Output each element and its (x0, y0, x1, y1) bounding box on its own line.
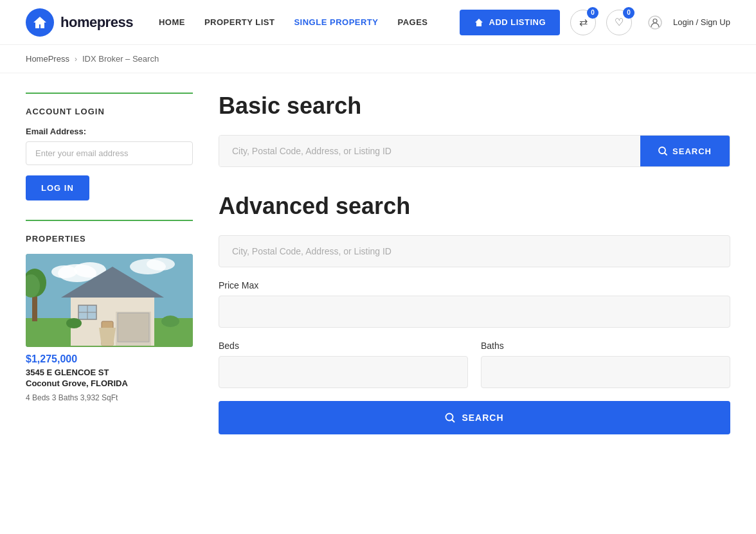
logo[interactable]: homepress (26, 8, 133, 37)
account-divider (26, 93, 193, 94)
svg-point-24 (161, 316, 179, 327)
property-city: Coconut Grove, FLORIDA (26, 378, 193, 388)
svg-point-9 (147, 258, 175, 271)
property-address: 3545 E GLENCOE ST (26, 368, 193, 377)
login-submit-button[interactable]: LOG IN (26, 175, 89, 200)
sidebar: ACCOUNT LOGIN Email Address: LOG IN PROP… (26, 93, 193, 434)
main-nav: HOME PROPERTY LIST SINGLE PROPERTY PAGES (159, 17, 460, 27)
baths-input[interactable] (481, 356, 730, 388)
properties-divider (26, 220, 193, 221)
beds-baths-row: Beds Baths (219, 341, 730, 388)
svg-line-27 (665, 153, 667, 155)
breadcrumb-current: IDX Broker – Search (82, 54, 159, 64)
properties-heading: PROPERTIES (26, 234, 193, 244)
advanced-search-button-label: SEARCH (462, 413, 503, 423)
beds-input[interactable] (219, 356, 468, 388)
account-login-heading: ACCOUNT LOGIN (26, 107, 193, 116)
main-layout: ACCOUNT LOGIN Email Address: LOG IN PROP… (0, 73, 756, 454)
basic-search-input[interactable] (219, 136, 640, 166)
beds-label: Beds (219, 341, 468, 351)
header-actions: ADD LISTING ⇄ 0 ♡ 0 Login / Sign Up (460, 10, 730, 35)
compare-button[interactable]: ⇄ 0 (570, 10, 596, 35)
nav-home[interactable]: HOME (159, 17, 185, 27)
breadcrumb: HomePress › IDX Broker – Search (0, 45, 756, 73)
svg-point-23 (66, 318, 82, 328)
advanced-search-button[interactable]: SEARCH (219, 401, 730, 434)
svg-point-28 (446, 414, 453, 421)
compare-icon: ⇄ (579, 16, 588, 28)
login-label: Login / Sign Up (673, 17, 730, 27)
email-label: Email Address: (26, 127, 193, 136)
email-input[interactable] (26, 141, 193, 165)
properties-section: PROPERTIES (26, 220, 193, 402)
breadcrumb-home[interactable]: HomePress (26, 54, 69, 64)
nav-property-list[interactable]: PROPERTY LIST (204, 17, 275, 27)
basic-search-title: Basic search (219, 93, 730, 120)
advanced-search-section: Advanced search Price Max Beds Baths (219, 193, 730, 434)
logo-text: homepress (60, 14, 133, 31)
compare-badge: 0 (587, 7, 598, 19)
baths-label: Baths (481, 341, 730, 351)
account-login-section: ACCOUNT LOGIN Email Address: LOG IN (26, 93, 193, 200)
svg-line-29 (453, 420, 455, 422)
advanced-search-title: Advanced search (219, 193, 730, 220)
wishlist-badge: 0 (623, 7, 634, 19)
property-price: $1,275,000 (26, 353, 193, 365)
basic-search-button-label: SEARCH (672, 147, 712, 156)
basic-search-row: SEARCH (219, 135, 730, 167)
baths-group: Baths (481, 341, 730, 388)
basic-search-button[interactable]: SEARCH (640, 136, 730, 166)
user-icon-btn (642, 10, 668, 35)
logo-icon (26, 8, 54, 37)
wishlist-button[interactable]: ♡ 0 (606, 10, 632, 35)
nav-pages[interactable]: PAGES (397, 17, 428, 27)
login-button[interactable]: Login / Sign Up (642, 10, 730, 35)
price-max-input[interactable] (219, 296, 730, 328)
property-image (26, 254, 193, 347)
heart-icon: ♡ (615, 16, 624, 28)
property-details: 4 Beds 3 Baths 3,932 SqFt (26, 393, 193, 402)
main-content: Basic search SEARCH Advanced search Pric… (219, 93, 730, 434)
advanced-search-input[interactable] (219, 235, 730, 267)
nav-single-property[interactable]: SINGLE PROPERTY (294, 17, 378, 27)
beds-group: Beds (219, 341, 468, 388)
svg-marker-25 (99, 328, 116, 346)
property-card[interactable]: $1,275,000 3545 E GLENCOE ST Coconut Gro… (26, 254, 193, 402)
svg-rect-17 (118, 313, 149, 342)
price-max-label: Price Max (219, 280, 730, 290)
svg-point-3 (653, 19, 657, 22)
add-listing-label: ADD LISTING (489, 17, 546, 27)
basic-search-section: Basic search SEARCH (219, 93, 730, 167)
svg-point-7 (51, 265, 77, 278)
breadcrumb-separator: › (75, 55, 77, 64)
add-listing-button[interactable]: ADD LISTING (460, 10, 561, 35)
header: homepress HOME PROPERTY LIST SINGLE PROP… (0, 0, 756, 45)
